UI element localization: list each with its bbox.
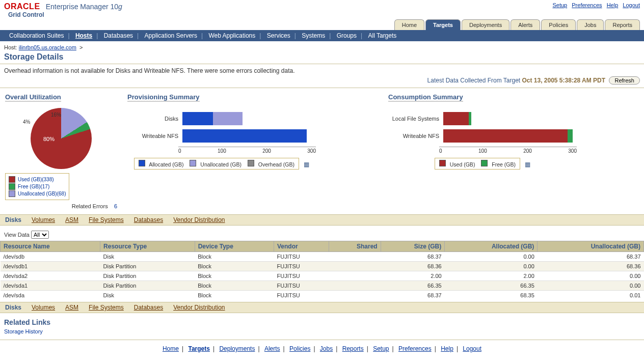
- footer-policies[interactable]: Policies: [289, 345, 310, 352]
- col-rtype[interactable]: Resource Type: [100, 241, 195, 252]
- grid-control-label: Grid Control: [8, 11, 44, 18]
- table-row: /dev/sda2Disk PartitionBlockFUJITSU2.002…: [1, 271, 644, 281]
- cell-rtype: Disk Partition: [100, 281, 195, 291]
- subnav-alltargets[interactable]: All Targets: [364, 32, 401, 39]
- tab-targets[interactable]: Targets: [425, 19, 461, 30]
- breadcrumb-host-link[interactable]: ilinrbn05.us.oracle.com: [19, 44, 76, 50]
- disks-table: Resource Name Resource Type Device Type …: [0, 241, 644, 300]
- col-shared[interactable]: Shared: [329, 241, 381, 252]
- cell-size: 66.35: [381, 281, 444, 291]
- subnav-groups[interactable]: Groups: [333, 32, 361, 39]
- tab-databases-b[interactable]: Databases: [134, 304, 163, 311]
- cell-rtype: Disk Partition: [100, 262, 195, 271]
- col-size[interactable]: Size (GB): [381, 241, 444, 252]
- cell-unalloc: 0.01: [538, 291, 644, 300]
- view-data: View Data All: [0, 226, 644, 241]
- footer-deployments[interactable]: Deployments: [219, 345, 255, 352]
- tab-policies[interactable]: Policies: [541, 19, 576, 30]
- col-resource[interactable]: Resource Name: [1, 241, 100, 252]
- footer-home[interactable]: Home: [163, 345, 179, 352]
- footer-reports[interactable]: Reports: [342, 345, 364, 352]
- refresh-button[interactable]: Refresh: [609, 76, 640, 85]
- subnav-systems[interactable]: Systems: [298, 32, 329, 39]
- legend-used[interactable]: Used (GB)(338): [18, 177, 54, 182]
- subnav-webapp[interactable]: Web Applications: [204, 32, 259, 39]
- footer-alerts[interactable]: Alerts: [264, 345, 280, 352]
- product-title: Enterprise Manager 10g: [46, 3, 122, 11]
- logout-link[interactable]: Logout: [623, 2, 640, 8]
- cell-shared: [329, 271, 381, 281]
- export-chart-icon[interactable]: ▦: [525, 161, 530, 168]
- tab-disks-b[interactable]: Disks: [5, 304, 21, 311]
- col-vendor[interactable]: Vendor: [274, 241, 329, 252]
- cell-alloc: 0.00: [445, 262, 538, 271]
- tab-home[interactable]: Home: [394, 19, 424, 30]
- provisioning-title: Provisioning Summary: [127, 93, 200, 102]
- footer-setup[interactable]: Setup: [373, 345, 389, 352]
- tab-asm[interactable]: ASM: [65, 216, 78, 223]
- footer-targets[interactable]: Targets: [188, 345, 209, 352]
- overall-legend: Used (GB)(338) Free (GB)(17) Unallocated…: [5, 173, 69, 200]
- cell-shared: [329, 252, 381, 262]
- related-errors-count[interactable]: 6: [114, 203, 117, 209]
- tab-asm-b[interactable]: ASM: [65, 304, 78, 311]
- tab-volumes[interactable]: Volumes: [32, 216, 55, 223]
- cell-dtype: Block: [195, 291, 274, 300]
- breadcrumb-host-label: Host:: [4, 44, 17, 50]
- col-dtype[interactable]: Device Type: [195, 241, 274, 252]
- cell-rtype: Disk: [100, 291, 195, 300]
- subnav-appservers[interactable]: Application Servers: [141, 32, 201, 39]
- subnav: Collaboration Suites| Hosts| Databases| …: [0, 30, 644, 41]
- related-errors: Related Errors 6: [72, 203, 117, 209]
- tab-filesystems-b[interactable]: File Systems: [89, 304, 124, 311]
- legend-free[interactable]: Free (GB)(17): [18, 184, 49, 189]
- prov-legend: Allocated (GB) Unallocated (GB) Overhead…: [134, 158, 299, 170]
- cell-size: 68.36: [381, 262, 444, 271]
- footer-nav: Home| Targets| Deployments| Alerts| Poli…: [0, 340, 644, 357]
- cell-size: 68.37: [381, 252, 444, 262]
- main-tabs: Home Targets Deployments Alerts Policies…: [0, 19, 644, 30]
- col-unalloc[interactable]: Unallocated (GB): [538, 241, 644, 252]
- tab-alerts[interactable]: Alerts: [511, 19, 540, 30]
- col-alloc[interactable]: Allocated (GB): [445, 241, 538, 252]
- table-row: /dev/sdaDiskBlockFUJITSU68.3768.350.01: [1, 291, 644, 300]
- storage-history-link[interactable]: Storage History: [4, 328, 43, 334]
- tab-deployments[interactable]: Deployments: [462, 19, 509, 30]
- breadcrumb-arrow: >: [79, 44, 83, 50]
- tab-reports[interactable]: Reports: [605, 19, 640, 30]
- cell-shared: [329, 291, 381, 300]
- overall-title: Overall Utilization: [5, 93, 61, 102]
- tab-filesystems[interactable]: File Systems: [89, 216, 124, 223]
- preferences-link[interactable]: Preferences: [572, 2, 602, 8]
- tab-jobs[interactable]: Jobs: [577, 19, 604, 30]
- subnav-collab[interactable]: Collaboration Suites: [5, 32, 68, 39]
- footer-jobs[interactable]: Jobs: [320, 345, 333, 352]
- footer-help[interactable]: Help: [441, 345, 453, 352]
- tab-databases[interactable]: Databases: [134, 216, 163, 223]
- tab-disks[interactable]: Disks: [5, 216, 21, 223]
- tab-vendor-b[interactable]: Vendor Distribution: [173, 304, 225, 311]
- view-data-select[interactable]: All: [31, 231, 49, 239]
- cell-alloc: 2.00: [445, 271, 538, 281]
- cell-rtype: Disk Partition: [100, 271, 195, 281]
- legend-unalloc[interactable]: Unallocated (GB)(68): [18, 191, 66, 197]
- footer-logout[interactable]: Logout: [463, 345, 481, 352]
- cell-dtype: Block: [195, 262, 274, 271]
- pie-label-16: 16%: [51, 112, 61, 118]
- cell-vendor: FUJITSU: [274, 271, 329, 281]
- breadcrumb: Host: ilinrbn05.us.oracle.com >: [0, 41, 644, 51]
- oracle-logo: ORACLE: [4, 2, 40, 11]
- subnav-services[interactable]: Services: [263, 32, 294, 39]
- export-chart-icon[interactable]: ▦: [304, 161, 309, 168]
- footer-preferences[interactable]: Preferences: [398, 345, 432, 352]
- subnav-hosts[interactable]: Hosts: [71, 32, 96, 39]
- cell-size: 68.37: [381, 291, 444, 300]
- tab-vendor[interactable]: Vendor Distribution: [173, 216, 225, 223]
- subnav-databases[interactable]: Databases: [100, 32, 137, 39]
- setup-link[interactable]: Setup: [552, 2, 567, 8]
- provisioning-chart: Disks Writeable NFS 0100200300 Allocated…: [127, 112, 316, 170]
- latest-data: Latest Data Collected From Target Oct 13…: [427, 76, 644, 88]
- help-link[interactable]: Help: [607, 2, 619, 8]
- top-links: Setup Preferences Help Logout: [549, 2, 640, 8]
- tab-volumes-b[interactable]: Volumes: [32, 304, 55, 311]
